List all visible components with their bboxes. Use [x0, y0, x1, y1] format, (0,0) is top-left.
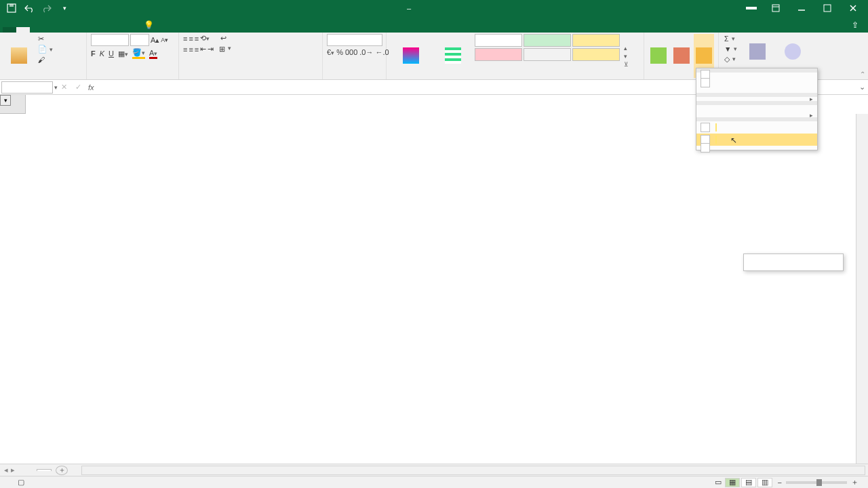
style-scroll-up-icon[interactable]: ▴ — [624, 45, 629, 52]
add-sheet-button[interactable]: ＋ — [56, 466, 68, 475]
font-size-input[interactable] — [130, 34, 149, 46]
delete-cells-button[interactable] — [671, 34, 692, 78]
align-center-icon[interactable]: ≡ — [189, 45, 193, 54]
style-bad[interactable] — [475, 48, 522, 61]
percent-icon[interactable]: % — [336, 48, 343, 56]
align-right-icon[interactable]: ≡ — [195, 45, 199, 54]
data-validation-dropdown-icon[interactable]: ▾ — [0, 95, 11, 106]
tab-formulas[interactable] — [57, 27, 71, 33]
style-more-icon[interactable]: ⊻ — [624, 61, 629, 68]
ribbon-opts-icon[interactable] — [764, 0, 788, 16]
merge-button[interactable]: ⊞▾ — [219, 45, 231, 54]
menu-std-width[interactable] — [696, 89, 817, 93]
minimize-icon[interactable] — [789, 0, 814, 16]
display-icon: ▭ — [715, 478, 722, 487]
sheet-nav-prev-icon[interactable]: ◂ — [4, 466, 8, 474]
clear-button[interactable]: ◇▾ — [723, 54, 738, 64]
align-top-icon[interactable]: ≡ — [183, 35, 187, 43]
undo-icon[interactable] — [22, 1, 37, 15]
share-button[interactable]: ⇪ — [845, 18, 868, 33]
cut-button[interactable]: ✂ — [37, 34, 54, 43]
cancel-entry-icon[interactable]: ✕ — [58, 83, 70, 92]
style-calc[interactable] — [572, 48, 620, 61]
style-standard[interactable] — [475, 34, 522, 47]
comma-icon[interactable]: 000 — [345, 48, 357, 56]
font-name-input[interactable] — [91, 34, 129, 46]
tab-review[interactable] — [84, 27, 98, 33]
inc-decimal-icon[interactable]: .0→ — [359, 48, 373, 56]
cond-format-button[interactable] — [391, 34, 431, 78]
format-painter-button[interactable]: 🖌 — [37, 55, 54, 64]
ribbon-collapse-icon[interactable]: ⌃ — [860, 70, 865, 78]
maximize-icon[interactable] — [815, 0, 840, 16]
name-box[interactable] — [1, 81, 53, 94]
signin-button[interactable] — [746, 7, 757, 9]
underline-button[interactable]: U — [108, 49, 114, 58]
view-normal-icon[interactable]: ▦ — [725, 478, 740, 487]
expand-formula-icon[interactable]: ⌄ — [856, 83, 868, 92]
tab-layout[interactable] — [43, 27, 57, 33]
fx-icon[interactable]: fx — [84, 83, 98, 92]
view-page-icon[interactable]: ▤ — [741, 478, 756, 487]
style-output[interactable] — [524, 48, 571, 61]
menu-hide-unhide[interactable]: ▸ — [696, 97, 817, 101]
menu-tab-color[interactable]: ▸ — [696, 113, 817, 117]
confirm-entry-icon[interactable]: ✓ — [72, 83, 84, 92]
tab-help[interactable] — [111, 27, 125, 33]
tell-me[interactable]: 💡 — [138, 18, 162, 33]
menu-protect-sheet[interactable] — [696, 121, 817, 134]
sheet-nav-next-icon[interactable]: ▸ — [11, 466, 15, 474]
autosum-button[interactable]: Σ▾ — [723, 34, 738, 43]
save-icon[interactable] — [4, 1, 19, 15]
wrap-text-button[interactable]: ↩ — [220, 34, 228, 43]
close-icon[interactable] — [841, 0, 865, 16]
zoom-out-icon[interactable]: − — [778, 479, 782, 487]
fill-color-icon[interactable]: 🪣▾ — [132, 48, 145, 59]
display-settings[interactable]: ▭ — [715, 478, 724, 487]
indent-inc-icon[interactable]: ⇥ — [208, 45, 214, 54]
tab-view[interactable] — [98, 27, 111, 33]
copy-button[interactable]: 📄▾ — [37, 44, 54, 54]
paste-button[interactable] — [4, 34, 34, 78]
indent-dec-icon[interactable]: ⇤ — [200, 45, 206, 54]
menu-lock-cell[interactable]: ↖ — [696, 134, 817, 146]
zoom-in-icon[interactable]: ＋ — [851, 477, 859, 487]
tab-insert[interactable] — [30, 27, 43, 33]
grow-font-icon[interactable]: A▴ — [151, 36, 159, 45]
menu-format-cells[interactable] — [696, 146, 817, 150]
align-middle-icon[interactable]: ≡ — [189, 35, 193, 43]
style-gut[interactable] — [524, 34, 571, 47]
style-neutral[interactable] — [572, 34, 620, 47]
redo-icon[interactable] — [39, 1, 54, 15]
italic-button[interactable]: K — [100, 49, 104, 58]
tab-data[interactable] — [71, 27, 84, 33]
share-icon: ⇪ — [852, 20, 859, 30]
bulb-icon: 💡 — [144, 20, 154, 30]
orientation-icon[interactable]: ⟲▾ — [200, 34, 210, 43]
zoom-slider[interactable] — [786, 481, 847, 484]
align-left-icon[interactable]: ≡ — [183, 45, 187, 54]
sheet-tab[interactable] — [37, 469, 52, 471]
horizontal-scrollbar[interactable] — [81, 466, 865, 475]
tab-acrobat[interactable] — [125, 27, 138, 33]
style-scroll-down-icon[interactable]: ▾ — [624, 53, 629, 60]
currency-icon[interactable]: €▾ — [327, 48, 334, 56]
align-bottom-icon[interactable]: ≡ — [195, 35, 199, 43]
font-color-icon[interactable]: A▾ — [149, 49, 157, 59]
view-break-icon[interactable]: ▥ — [757, 478, 772, 487]
tab-start[interactable] — [16, 27, 30, 33]
vertical-scrollbar[interactable] — [856, 114, 868, 464]
format-table-button[interactable] — [434, 34, 472, 78]
qat-customize-icon[interactable]: ▾ — [57, 1, 72, 15]
find-button[interactable] — [776, 34, 809, 70]
shrink-font-icon[interactable]: A▾ — [161, 37, 168, 43]
fill-button[interactable]: ▼▾ — [723, 44, 738, 54]
submenu-arrow-icon: ▸ — [810, 96, 813, 102]
macro-rec-icon[interactable]: ▢ — [18, 478, 24, 487]
tab-file[interactable] — [3, 27, 16, 33]
border-icon[interactable]: ▦▾ — [118, 49, 128, 58]
bold-button[interactable]: F — [91, 49, 96, 58]
insert-cells-button[interactable] — [648, 34, 669, 78]
sort-filter-button[interactable] — [741, 34, 774, 70]
number-format-input[interactable] — [327, 34, 382, 46]
